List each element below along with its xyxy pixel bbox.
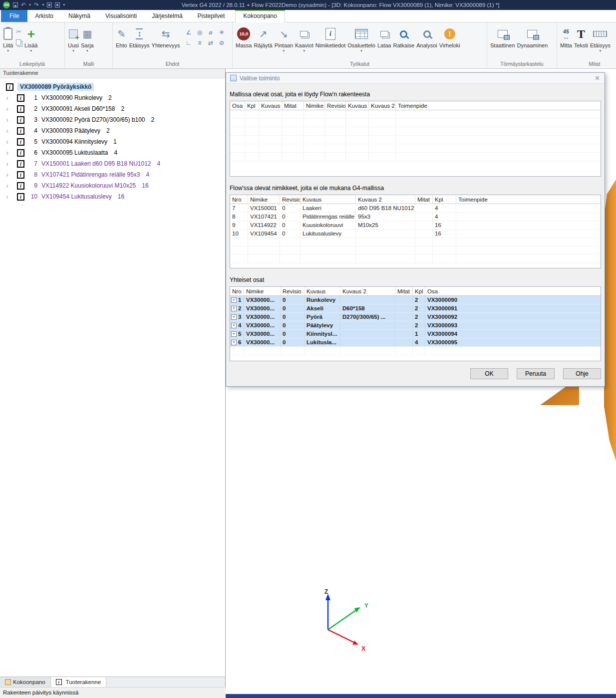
- column-header[interactable]: Mitat: [395, 287, 413, 296]
- ribbon-tab[interactable]: File: [1, 10, 27, 22]
- tree-item[interactable]: › i 4 VX3000093 Päätylevy 2: [0, 125, 225, 136]
- tree-item-label[interactable]: VX3000092 Pyörä D270(/300/65) b100: [41, 116, 145, 123]
- tree-item-label[interactable]: VX3000091 Akseli D60*158: [41, 105, 115, 112]
- close-icon[interactable]: ×: [594, 75, 601, 82]
- tree-item[interactable]: › i 2 VX3000091 Akseli D60*158 2: [0, 103, 225, 114]
- tree-item[interactable]: › i 8 VX107421 Pidätinrengas reiälle 95x…: [0, 169, 225, 180]
- column-header[interactable]: Revisio: [281, 287, 305, 296]
- column-header[interactable]: Kuvaus: [259, 101, 282, 110]
- copy-icon[interactable]: [16, 39, 21, 45]
- tree-item-label[interactable]: VX3000095 Lukituslaatta: [41, 149, 108, 156]
- 3d-viewport[interactable]: Z Y X Valitse toiminto × Mallissa olevat…: [226, 69, 616, 694]
- column-header[interactable]: Mitat: [282, 101, 304, 110]
- column-header[interactable]: Kuvaus: [346, 101, 369, 110]
- app-logo-icon[interactable]: G4: [3, 1, 10, 8]
- nimiketiedot-button[interactable]: i Nimiketiedot: [314, 24, 347, 48]
- tree-root-item[interactable]: i VX3000089 Pyöräyksikkö: [0, 81, 225, 92]
- table-row-selected[interactable]: +6 VX30000... 0 Lukitusla... 4 VX3000095: [230, 338, 601, 347]
- dynaaminen-button[interactable]: Dynaaminen: [516, 24, 549, 48]
- expand-chevron-icon[interactable]: ›: [6, 160, 17, 167]
- rajayta-button[interactable]: ↗ Räjäytä: [253, 24, 273, 48]
- column-header[interactable]: Kuvaus 2: [356, 195, 415, 204]
- column-header[interactable]: Mitat: [415, 195, 433, 204]
- table-row-selected[interactable]: +1 VX30000... 0 Runkolevy 2 VX3000090: [230, 296, 601, 304]
- column-header[interactable]: Revisio: [325, 101, 346, 110]
- column-header[interactable]: Kuvaus 2: [369, 101, 396, 110]
- tree-item[interactable]: › i 1 VX3000090 Runkolevy 2: [0, 92, 225, 103]
- mitta-button[interactable]: 45↔ Mitta: [559, 24, 573, 48]
- column-header[interactable]: Kpl: [433, 195, 456, 204]
- column-header[interactable]: Kuvaus: [301, 195, 356, 204]
- 3d-model-fragment[interactable]: [604, 180, 616, 466]
- expand-plus-icon[interactable]: +: [231, 314, 237, 320]
- tree-item[interactable]: › i 6 VX3000095 Lukituslaatta 4: [0, 147, 225, 158]
- column-header[interactable]: Osa: [230, 101, 245, 110]
- tree-root-label[interactable]: VX3000089 Pyöräyksikkö: [17, 83, 94, 91]
- sarja-button[interactable]: ▦ Sarja▾: [80, 24, 95, 52]
- tree-item-label[interactable]: VX3000094 Kiinnityslevy: [41, 138, 107, 145]
- tree-item[interactable]: › i 3 VX3000092 Pyörä D270(/300/65) b100…: [0, 114, 225, 125]
- ok-button[interactable]: OK: [470, 368, 508, 379]
- ribbon-tab[interactable]: Pistepilvet: [190, 10, 233, 22]
- column-header[interactable]: Kpl: [245, 101, 259, 110]
- kaaviot-button[interactable]: Kaaviot▾: [294, 24, 314, 52]
- teksti-button[interactable]: T Teksti: [573, 24, 589, 48]
- expand-chevron-icon[interactable]: ›: [6, 127, 17, 134]
- table-row-selected[interactable]: +5 VX30000... 0 Kiinnitysl... 1 VX300009…: [230, 330, 601, 338]
- tree-item-label[interactable]: VX107421 Pidätinrengas reiälle 95x3: [41, 171, 140, 178]
- expand-chevron-icon[interactable]: ›: [6, 182, 17, 189]
- ehto-button[interactable]: ✎ Ehto: [115, 24, 128, 48]
- redo-icon[interactable]: ↷: [34, 2, 39, 8]
- cut-icon[interactable]: ✂: [16, 28, 21, 35]
- cancel-button[interactable]: Peruuta: [517, 368, 555, 379]
- pintaan-button[interactable]: ↘ Pintaan▾: [274, 24, 294, 52]
- column-header[interactable]: Kpl: [413, 287, 425, 296]
- toolbar-icon[interactable]: [47, 2, 52, 7]
- undo-caret-icon[interactable]: ▾: [29, 2, 31, 8]
- table-row[interactable]: 8 VX107421 0 Pidätinrengas reiälle 95x3 …: [230, 213, 601, 221]
- save-icon[interactable]: [13, 2, 18, 7]
- tree-item[interactable]: › i 9 VX114922 Kuusiokoloruuvi M10x25 16: [0, 180, 225, 191]
- massa-button[interactable]: 10,0 Massa: [235, 24, 253, 48]
- bottom-tab-kokoonpano[interactable]: Kokoonpano: [0, 677, 51, 687]
- column-header[interactable]: Nimike: [304, 101, 325, 110]
- tree-item-label[interactable]: VX3000093 Päätylevy: [41, 127, 100, 134]
- expand-plus-icon[interactable]: +: [231, 323, 237, 328]
- ribbon-tab[interactable]: Järjestelmä: [144, 10, 190, 22]
- column-header[interactable]: Toimenpide: [396, 101, 601, 110]
- lataa-button[interactable]: Lataa: [376, 24, 392, 48]
- ribbon-tab[interactable]: Kokoonpano: [235, 10, 285, 22]
- column-header[interactable]: Kuvaus: [305, 287, 340, 296]
- expand-chevron-icon[interactable]: ›: [6, 138, 17, 145]
- ribbon-tab[interactable]: Visualisointi: [98, 10, 144, 22]
- qat-caret-icon[interactable]: ▾: [63, 2, 65, 8]
- swap-constraint-icon[interactable]: ⇄: [206, 38, 215, 47]
- column-header[interactable]: Revisio: [280, 195, 301, 204]
- expand-chevron-icon[interactable]: ›: [6, 193, 17, 200]
- tree-item-label[interactable]: VX150001 Laakeri d60 D95 B18 NU1012: [41, 160, 151, 167]
- virheloki-button[interactable]: ! Virheloki: [438, 24, 461, 48]
- add-button[interactable]: + Lisää▾: [23, 24, 38, 52]
- parallel-constraint-icon[interactable]: ≡: [195, 38, 204, 47]
- expand-plus-icon[interactable]: +: [231, 306, 237, 311]
- expand-plus-icon[interactable]: +: [231, 297, 237, 303]
- table-row-selected[interactable]: +4 VX30000... 0 Päätylevy 2 VX3000093: [230, 321, 601, 330]
- tree-item-label[interactable]: VX109454 Lukitusaluslevy: [41, 193, 112, 200]
- ribbon-tab[interactable]: Näkymä: [61, 10, 98, 22]
- expand-chevron-icon[interactable]: ›: [6, 94, 17, 101]
- expand-chevron-icon[interactable]: ›: [6, 105, 17, 112]
- redo-caret-icon[interactable]: ▾: [42, 2, 44, 8]
- column-header[interactable]: Toimenpide: [456, 195, 601, 204]
- help-button[interactable]: Ohje: [563, 368, 601, 379]
- etaisyys-mitta-button[interactable]: Etäisyys▾: [589, 24, 612, 52]
- table-row-selected[interactable]: +3 VX30000... 0 Pyörä D270(/300/65) ... …: [230, 313, 601, 321]
- table-row[interactable]: 7 VX150001 0 Laakeri d60 D95 B18 NU1012 …: [230, 204, 601, 213]
- column-header[interactable]: Nimike: [244, 287, 281, 296]
- tree-item[interactable]: › i 5 VX3000094 Kiinnityslevy 1: [0, 136, 225, 147]
- uusi-button[interactable]: Uusi▾: [67, 24, 80, 52]
- expand-chevron-icon[interactable]: ›: [6, 116, 17, 123]
- bottom-tab-tuoterakenne[interactable]: i Tuoterakenne: [51, 677, 107, 687]
- ribbon-tab[interactable]: Arkisto: [27, 10, 61, 22]
- paste-button[interactable]: Liitä▾: [2, 24, 14, 52]
- staattinen-button[interactable]: Staattinen: [489, 24, 516, 48]
